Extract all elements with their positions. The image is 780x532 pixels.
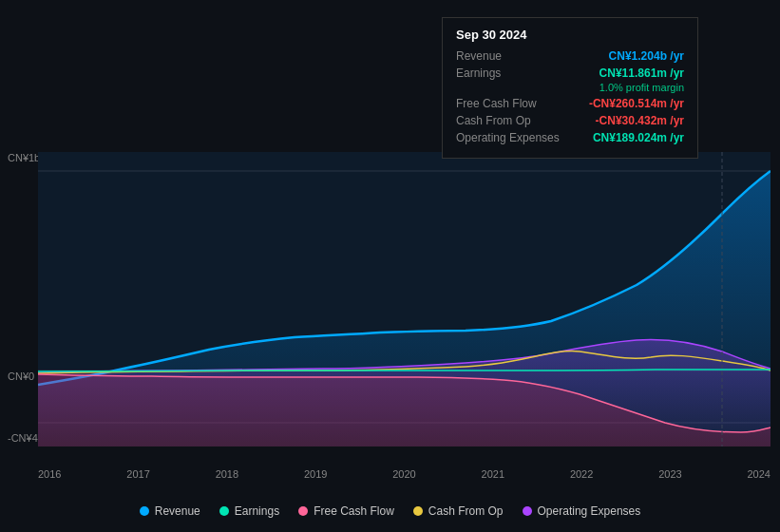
- legend-item-earnings[interactable]: Earnings: [219, 504, 279, 518]
- chart-container: Sep 30 2024 Revenue CN¥1.204b /yr Earnin…: [0, 0, 780, 532]
- tooltip-row-opex: Operating Expenses CN¥189.024m /yr: [456, 131, 684, 144]
- tooltip-label-earnings: Earnings: [456, 66, 501, 80]
- x-label-2017: 2017: [126, 468, 149, 480]
- legend-label-earnings: Earnings: [235, 504, 279, 518]
- tooltip-value-revenue: CN¥1.204b /yr: [609, 49, 684, 63]
- x-axis-labels: 2016 2017 2018 2019 2020 2021 2022 2023 …: [38, 468, 770, 480]
- tooltip-row-earnings: Earnings CN¥11.861m /yr: [456, 66, 684, 80]
- tooltip-row-revenue: Revenue CN¥1.204b /yr: [456, 49, 684, 63]
- legend-item-cashfromop[interactable]: Cash From Op: [413, 504, 504, 518]
- tooltip-value-fcf: -CN¥260.514m /yr: [589, 97, 684, 110]
- x-label-2023: 2023: [658, 468, 681, 480]
- x-label-2021: 2021: [482, 468, 504, 480]
- x-label-2022: 2022: [570, 468, 593, 480]
- legend-dot-opex: [523, 506, 532, 516]
- x-label-2018: 2018: [216, 468, 238, 480]
- tooltip-label-fcf: Free Cash Flow: [456, 97, 537, 110]
- tooltip-label-opex: Operating Expenses: [456, 131, 560, 144]
- legend-item-fcf[interactable]: Free Cash Flow: [298, 504, 394, 518]
- legend-dot-earnings: [219, 506, 229, 516]
- legend-dot-fcf: [298, 506, 308, 516]
- x-label-2020: 2020: [392, 468, 415, 480]
- tooltip-label-revenue: Revenue: [456, 49, 502, 63]
- y-label-top: CN¥1b: [8, 152, 40, 163]
- tooltip-value-cashfromop: -CN¥30.432m /yr: [596, 114, 684, 127]
- legend-label-cashfromop: Cash From Op: [428, 504, 504, 518]
- x-label-2019: 2019: [304, 468, 327, 480]
- tooltip-date: Sep 30 2024: [456, 28, 684, 42]
- y-label-mid: CN¥0: [8, 370, 34, 382]
- legend-dot-cashfromop: [413, 506, 423, 516]
- tooltip-label-cashfromop: Cash From Op: [456, 114, 531, 127]
- x-label-2016: 2016: [38, 468, 61, 480]
- tooltip-box: Sep 30 2024 Revenue CN¥1.204b /yr Earnin…: [442, 17, 698, 159]
- tooltip-row-cashfromop: Cash From Op -CN¥30.432m /yr: [456, 114, 684, 127]
- tooltip-value-opex: CN¥189.024m /yr: [593, 131, 684, 144]
- chart-legend: Revenue Earnings Free Cash Flow Cash Fro…: [0, 504, 780, 518]
- legend-label-revenue: Revenue: [155, 504, 200, 518]
- x-label-2024: 2024: [748, 468, 770, 480]
- legend-label-opex: Operating Expenses: [538, 504, 641, 518]
- tooltip-row-fcf: Free Cash Flow -CN¥260.514m /yr: [456, 97, 684, 110]
- legend-label-fcf: Free Cash Flow: [314, 504, 394, 518]
- chart-svg: [38, 152, 770, 446]
- tooltip-value-earnings: CN¥11.861m /yr: [599, 66, 684, 80]
- legend-item-opex[interactable]: Operating Expenses: [523, 504, 641, 518]
- legend-dot-revenue: [140, 506, 149, 516]
- tooltip-profit-margin: 1.0% profit margin: [456, 82, 684, 93]
- legend-item-revenue[interactable]: Revenue: [140, 504, 200, 518]
